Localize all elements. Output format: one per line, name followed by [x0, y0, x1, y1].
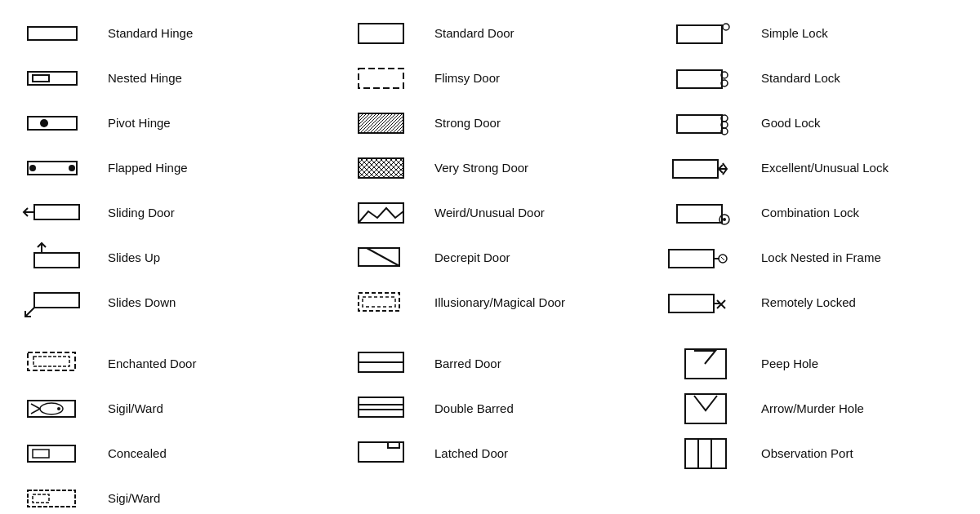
- combination-lock-icon: [663, 198, 761, 228]
- flapped-hinge-label: Flapped Hinge: [108, 160, 188, 176]
- standard-lock-label: Standard Lock: [761, 70, 840, 86]
- svg-rect-49: [677, 115, 722, 133]
- column-3: Simple Lock Standard Lock: [653, 8, 980, 514]
- list-item: Standard Door: [336, 15, 644, 51]
- list-item: Remotely Locked: [663, 284, 970, 321]
- svg-rect-68: [685, 394, 726, 423]
- list-item: Sliding Door: [10, 194, 317, 231]
- svg-rect-39: [359, 397, 403, 417]
- concealed-sigil-label: Sigi/Ward: [108, 490, 160, 507]
- very-strong-door-icon: [336, 155, 434, 181]
- list-item: Flapped Hinge: [10, 149, 317, 186]
- latched-door-label: Latched Door: [434, 445, 508, 462]
- enchanted-door-icon: [10, 349, 108, 379]
- enchanted-door-label: Enchanted Door: [108, 356, 196, 372]
- list-item: Barred Door: [336, 345, 644, 382]
- svg-rect-3: [28, 117, 77, 130]
- illusionary-door-icon: [336, 288, 434, 317]
- illusionary-door-label: Illusionary/Magical Door: [434, 295, 565, 311]
- standard-hinge-icon: [10, 20, 108, 47]
- pivot-hinge-label: Pivot Hinge: [108, 115, 171, 131]
- decrepit-door-icon: [336, 243, 434, 273]
- svg-rect-28: [359, 113, 403, 133]
- list-item: Slides Up: [10, 239, 317, 276]
- good-lock-label: Good Lock: [761, 115, 821, 131]
- list-item: Decrepit Door: [336, 239, 644, 276]
- svg-rect-25: [359, 24, 403, 43]
- peep-hole-icon: [663, 346, 761, 382]
- svg-rect-69: [685, 439, 726, 468]
- list-item: Excellent/Unusual Lock: [663, 149, 970, 186]
- slides-down-icon: [10, 286, 108, 319]
- svg-rect-44: [677, 25, 722, 43]
- excellent-lock-label: Excellent/Unusual Lock: [761, 160, 889, 176]
- weird-door-label: Weird/Unusual Door: [434, 205, 545, 221]
- strong-door-icon: [336, 110, 434, 136]
- sliding-door-label: Sliding Door: [108, 205, 175, 221]
- svg-line-61: [721, 257, 724, 260]
- list-item: Peep Hole: [663, 345, 970, 382]
- svg-rect-15: [33, 357, 69, 366]
- flapped-hinge-icon: [10, 155, 108, 181]
- sigil-ward-label: Sigil/Ward: [108, 401, 163, 417]
- svg-rect-55: [677, 205, 722, 223]
- list-item: Very Strong Door: [336, 149, 644, 186]
- slides-down-label: Slides Down: [108, 295, 176, 311]
- arrow-hole-label: Arrow/Murder Hole: [761, 401, 864, 417]
- svg-line-34: [367, 248, 399, 266]
- svg-line-13: [25, 308, 34, 317]
- simple-lock-label: Simple Lock: [761, 25, 828, 42]
- lock-nested-label: Lock Nested in Frame: [761, 250, 881, 266]
- standard-hinge-label: Standard Hinge: [108, 25, 193, 42]
- svg-rect-36: [363, 297, 395, 307]
- svg-rect-23: [28, 490, 75, 507]
- list-item: Standard Lock: [663, 60, 970, 96]
- good-lock-icon: [663, 109, 761, 138]
- svg-point-20: [57, 407, 60, 410]
- svg-rect-10: [34, 253, 79, 268]
- sigil-ward-icon: [10, 394, 108, 423]
- list-item: Weird/Unusual Door: [336, 194, 644, 231]
- slides-up-icon: [10, 241, 108, 274]
- list-item: Slides Down: [10, 284, 317, 321]
- svg-rect-43: [388, 442, 399, 448]
- list-item: Flimsy Door: [336, 60, 644, 96]
- excellent-lock-icon: [663, 153, 761, 183]
- peep-hole-label: Peep Hole: [761, 356, 818, 372]
- list-item: Pivot Hinge: [10, 104, 317, 141]
- svg-point-45: [723, 24, 729, 30]
- svg-point-4: [40, 119, 48, 127]
- list-item: Strong Door: [336, 104, 644, 141]
- slides-up-label: Slides Up: [108, 250, 160, 266]
- concealed-icon: [10, 439, 108, 468]
- svg-point-6: [29, 165, 36, 171]
- observation-port-label: Observation Port: [761, 445, 853, 462]
- svg-rect-14: [28, 352, 75, 370]
- very-strong-door-label: Very Strong Door: [434, 160, 528, 176]
- list-item: Illusionary/Magical Door: [336, 284, 644, 321]
- list-item: Sigil/Ward: [10, 390, 317, 427]
- nested-hinge-icon: [10, 65, 108, 91]
- list-item: Simple Lock: [663, 15, 970, 51]
- svg-rect-8: [34, 205, 79, 219]
- simple-lock-icon: [663, 19, 761, 48]
- double-barred-icon: [336, 394, 434, 423]
- list-item: Combination Lock: [663, 194, 970, 231]
- list-item: Arrow/Murder Hole: [663, 390, 970, 427]
- svg-rect-2: [33, 75, 49, 82]
- standard-door-icon: [336, 20, 434, 47]
- svg-rect-35: [359, 293, 399, 311]
- standard-door-label: Standard Door: [434, 25, 514, 42]
- svg-rect-31: [359, 158, 403, 178]
- svg-rect-12: [34, 293, 79, 308]
- arrow-hole-icon: [663, 391, 761, 427]
- column-2: Standard Door Flimsy Door: [327, 8, 653, 514]
- observation-port-icon: [663, 436, 761, 472]
- column-1: Standard Hinge Nested Hinge Pivot Hinge: [0, 8, 327, 514]
- svg-rect-46: [677, 70, 722, 88]
- svg-point-57: [723, 218, 726, 221]
- decrepit-door-label: Decrepit Door: [434, 250, 510, 266]
- list-item: Double Barred: [336, 390, 644, 427]
- concealed-sigil-icon: [10, 484, 108, 513]
- standard-lock-icon: [663, 64, 761, 93]
